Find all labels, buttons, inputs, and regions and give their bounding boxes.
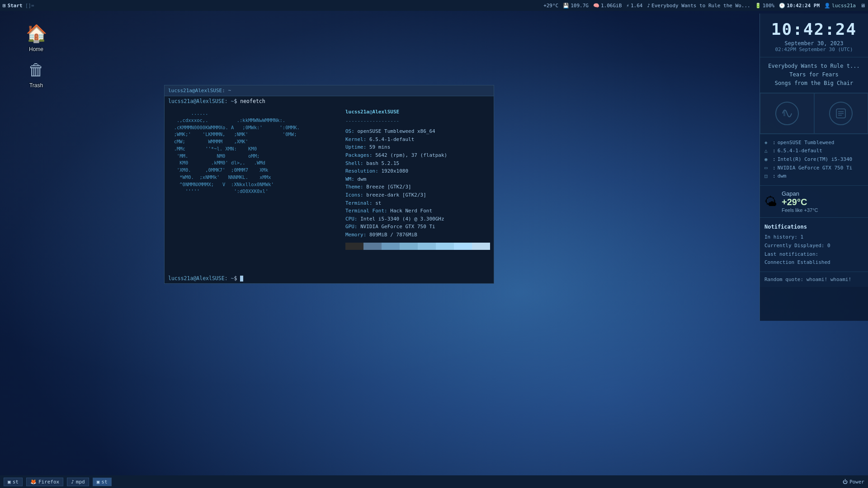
terminal-font-line: Terminal Font: Hack Nerd Font — [345, 207, 490, 215]
trash-icon[interactable]: 🗑 Trash — [18, 56, 54, 91]
task-st1-label: st — [13, 479, 19, 485]
panel-notifications: Notifications In history: 1 Currently Di… — [760, 218, 868, 272]
task-mpd[interactable]: ♪ mpd — [67, 478, 89, 486]
music-value: Everybody Wants to Rule the Wo... — [651, 3, 750, 9]
task-firefox[interactable]: 🦊 Firefox — [26, 478, 63, 486]
neofetch-info: lucss21a@AlexlSUSE ------------------ OS… — [345, 108, 490, 270]
command-text: neofetch — [240, 98, 265, 104]
swatch-6 — [454, 243, 472, 250]
weather-feels: Feels like +37°C — [782, 207, 818, 213]
task-st1[interactable]: ▣ st — [4, 478, 23, 486]
disk-display: 💾 109.7G — [563, 3, 589, 9]
widget-left — [760, 93, 814, 134]
svg-rect-1 — [783, 111, 785, 116]
si-wm: ◫ : dwm — [764, 172, 863, 181]
quote-text: Random quote: whoami! whoami! — [764, 277, 851, 282]
prompt-user-host-2: lucss21a@AlexlSUSE — [168, 275, 225, 282]
panel-weather: 🌤 Gapan +29°C Feels like +37°C — [760, 186, 868, 218]
weather-temp: +29°C — [782, 197, 818, 207]
power-label: Power — [849, 479, 864, 485]
disk-icon: 💾 — [563, 3, 569, 9]
memory-line: Memory: 809MiB / 7876MiB — [345, 231, 490, 239]
task-st2[interactable]: ▣ st — [93, 478, 112, 486]
music-title: Everybody Wants to Rule t... — [764, 62, 863, 70]
wm-label: []= — [25, 3, 34, 9]
packages-line: Packages: 5642 (rpm), 37 (flatpak) — [345, 151, 490, 160]
weather-icon: 🌤 — [764, 194, 777, 209]
temp-value: +29°C — [543, 3, 558, 9]
clock-date: September 30, 2023 — [764, 40, 863, 47]
start-label: Start — [8, 3, 23, 9]
si-cpu: ◉ : Intel(R) Core(TM) i5-3340 — [764, 155, 863, 164]
music-artist: Tears for Fears — [764, 70, 863, 79]
task-firefox-icon: 🦊 — [30, 479, 37, 485]
home-icon[interactable]: 🏠 Home — [18, 20, 54, 55]
notif-displayed: Currently Displayed: 0 — [764, 242, 863, 250]
panel-sysinfo: ◈ : openSUSE Tumbleweed △ : 6.5.4-1-defa… — [760, 134, 868, 186]
terminal-line: Terminal: st — [345, 199, 490, 207]
user-icon: 👤 — [824, 3, 830, 9]
theme-value: Breeze [GTK2/3] — [366, 184, 411, 190]
memory-value: 809MiB / 7876MiB — [369, 232, 417, 238]
si-gpu: ▭ : NVIDIA GeForce GTX 750 Ti — [764, 164, 863, 173]
neofetch-user: lucss21a — [345, 109, 369, 115]
si-cpu-value: Intel(R) Core(TM) i5-3340 — [778, 155, 853, 164]
clock-icon: 🕙 — [779, 3, 785, 9]
notif-last-label: Last notification: — [764, 250, 863, 259]
sysinfo-bar: +29°C 💾 109.7G 🧠 1.06GiB ⚡ 1.64 ♪ Everyb… — [543, 3, 865, 9]
si-wm-value: dwm — [778, 172, 787, 181]
si-os-value: openSUSE Tumbleweed — [778, 139, 835, 147]
os-value: openSUSE Tumbleweed x86_64 — [358, 128, 435, 134]
battery-value: 100% — [763, 3, 775, 9]
ram-icon: 🧠 — [593, 3, 599, 9]
resolution-value: 868x488 — [381, 168, 408, 174]
si-kernel-value: 6.5.4-1-default — [778, 147, 822, 155]
icons-line: Icons: breeze-dark [GTK2/3] — [345, 191, 490, 199]
terminal-value: st — [375, 200, 381, 206]
shell-value: bash 5.2.15 — [366, 160, 399, 166]
clock-time: 10:42:24 — [764, 20, 863, 38]
task-st2-icon: ▣ — [97, 479, 100, 485]
panel-music: Everybody Wants to Rule t... Tears for F… — [760, 57, 868, 93]
panel-clock: 10:42:24 September 30, 2023 02:42PM Sept… — [760, 14, 868, 57]
task-mpd-label: mpd — [76, 479, 85, 485]
load-value: 1.64 — [631, 3, 643, 9]
terminal-user-host: lucss21a@AlexlSUSE — [168, 88, 222, 94]
gpu-line: GPU: NVIDIA GeForce GTX 750 Ti — [345, 223, 490, 231]
start-button[interactable]: ⊞ Start — [3, 3, 23, 9]
clock-display: 🕙 10:42:24 PM — [779, 3, 820, 9]
disk-value: 109.7G — [571, 3, 589, 9]
trash-label: Trash — [29, 82, 43, 89]
taskbar-top: ⊞ Start []= +29°C 💾 109.7G 🧠 1.06GiB ⚡ 1… — [0, 0, 868, 11]
widget-right-graphic — [827, 100, 854, 127]
load-display: ⚡ 1.64 — [626, 3, 642, 9]
load-icon: ⚡ — [626, 3, 629, 9]
swatch-0 — [345, 243, 363, 250]
grid-icon: ⊞ — [3, 3, 6, 9]
temp-display: +29°C — [543, 3, 558, 9]
cursor — [240, 276, 243, 282]
swatch-4 — [418, 243, 436, 250]
si-os: ◈ : openSUSE Tumbleweed — [764, 139, 863, 147]
weather-info: Gapan +29°C Feels like +37°C — [782, 190, 818, 213]
clock-utc: 02:42PM September 30 (UTC) — [764, 47, 863, 52]
kernel-value: 6.5.4-1-default — [369, 136, 414, 142]
kernel-line: Kernel: 6.5.4-1-default — [345, 136, 490, 144]
trash-bin-icon: 🗑 — [25, 59, 47, 80]
neofetch-divider: ------------------ — [345, 117, 490, 125]
music-note-icon: ♪ — [647, 3, 650, 9]
desktop: ⊞ Start []= +29°C 💾 109.7G 🧠 1.06GiB ⚡ 1… — [0, 0, 868, 488]
terminal-prompt[interactable]: lucss21a@AlexlSUSE: ~$ — [165, 273, 494, 283]
right-panel: 10:42:24 September 30, 2023 02:42PM Sept… — [760, 14, 868, 321]
gpu-value: NVIDIA GeForce GTX 750 Ti — [360, 224, 435, 230]
taskbar-bottom: ▣ st 🦊 Firefox ♪ mpd ▣ st ⏻ Power — [0, 475, 868, 488]
packages-value: 5642 (rpm), 37 (flatpak) — [375, 152, 447, 158]
battery-icon: 🔋 — [755, 3, 761, 9]
power-button[interactable]: ⏻ Power — [843, 479, 864, 485]
music-album: Songs from the Big Chair — [764, 79, 863, 88]
time-value: 10:42:24 PM — [787, 3, 820, 9]
icons-value: breeze-dark [GTK2/3] — [366, 192, 426, 198]
os-line: OS: openSUSE Tumbleweed x86_64 — [345, 127, 490, 136]
swatch-1 — [363, 243, 382, 250]
panel-quote: Random quote: whoami! whoami! — [760, 272, 868, 287]
